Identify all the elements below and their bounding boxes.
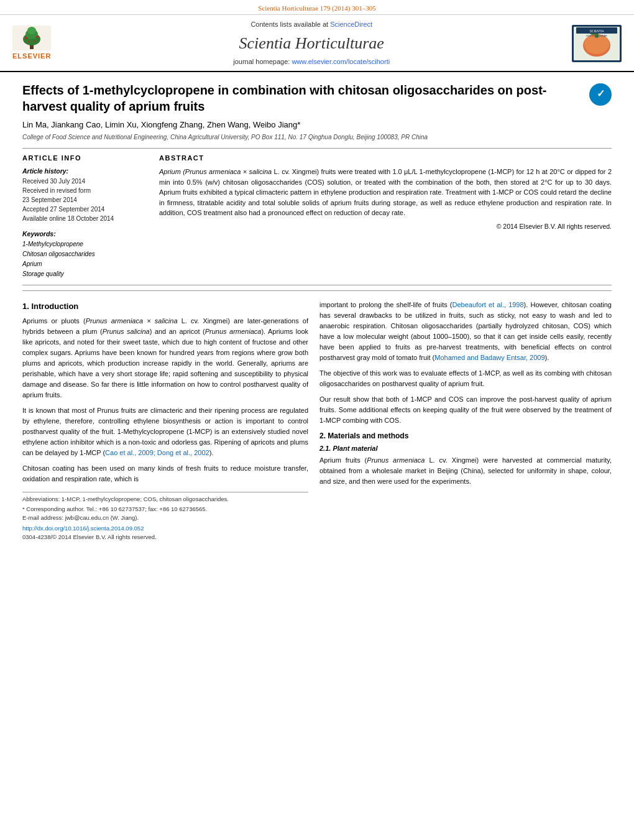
- svg-point-6: [36, 35, 39, 38]
- article-title-section: Effects of 1-methylcyclopropene in combi…: [22, 78, 612, 114]
- keyword-3: Aprium: [22, 260, 147, 269]
- keyword-4: Storage quality: [22, 270, 147, 279]
- abstract-heading: ABSTRACT: [159, 154, 612, 163]
- issn-note: 0304-4238/© 2014 Elsevier B.V. All right…: [22, 533, 308, 541]
- article-info-column: ARTICLE INFO Article history: Received 3…: [22, 154, 147, 280]
- elsevier-logo: ELSEVIER: [12, 25, 51, 61]
- svg-point-8: [34, 40, 36, 42]
- doi-link[interactable]: http://dx.doi.org/10.1016/j.scienta.2014…: [22, 524, 308, 532]
- plant-subheading: 2.1. Plant material: [319, 444, 612, 453]
- ref-cao-link[interactable]: Cao et al., 2009; Dong et al., 2002: [105, 449, 209, 456]
- intro-heading: 1. Introduction: [22, 301, 308, 312]
- right-paragraph-2: The objective of this work was to evalua…: [319, 368, 612, 389]
- journal-thumbnail: SCIENTIA HORTICULTURAE: [572, 25, 622, 62]
- article-info-abstract: ARTICLE INFO Article history: Received 3…: [22, 154, 612, 280]
- keyword-1: 1-Methylcyclopropene: [22, 240, 147, 249]
- copyright-text: © 2014 Elsevier B.V. All rights reserved…: [159, 222, 612, 232]
- sciencedirect-link[interactable]: ScienceDirect: [330, 21, 372, 28]
- ref-debeaufort-link[interactable]: Debeaufort et al., 1998: [453, 301, 524, 308]
- crossmark-icon: ✓: [597, 87, 605, 101]
- corresponding-note: * Corresponding author. Tel.: +86 10 627…: [22, 505, 308, 513]
- materials-heading: 2. Materials and methods: [319, 431, 612, 441]
- email-note: E-mail address: jwb@cau.edu.cn (W. Jiang…: [22, 514, 308, 522]
- keyword-2: Chitosan oligosaccharides: [22, 250, 147, 259]
- footer-section: Abbreviations: 1-MCP, 1-methylcycloprope…: [22, 492, 308, 540]
- abstract-text: Aprium (Prunus armeniaca × salicina L. c…: [159, 167, 612, 231]
- abbreviations-note: Abbreviations: 1-MCP, 1-methylcycloprope…: [22, 495, 308, 503]
- journal-center: Contents lists available at ScienceDirec…: [51, 20, 572, 67]
- elsevier-tree-icon: [12, 25, 51, 50]
- elsevier-brand-label: ELSEVIER: [12, 52, 51, 61]
- authors: Lin Ma, Jiankang Cao, Limin Xu, Xiongfen…: [22, 119, 612, 131]
- abstract-section: ABSTRACT Aprium (Prunus armeniaca × sali…: [159, 154, 612, 280]
- journal-header: ELSEVIER Contents lists available at Sci…: [0, 14, 634, 72]
- journal-title: Scientia Horticulturae: [51, 32, 572, 55]
- intro-paragraph-3: Chitosan coating has been used on many k…: [22, 463, 308, 484]
- svg-point-7: [28, 41, 30, 43]
- intro-paragraph-2: It is known that most of Prunus fruits a…: [22, 405, 308, 458]
- affiliation: College of Food Science and Nutritional …: [22, 133, 612, 142]
- crossmark-logo: ✓: [589, 83, 612, 106]
- svg-text:HORTICULTURAE: HORTICULTURAE: [586, 34, 607, 37]
- divider-2: [22, 285, 612, 285]
- right-paragraph-3: Our result show that both of 1-MCP and C…: [319, 394, 612, 426]
- divider-1: [22, 148, 612, 149]
- keywords-list: 1-Methylcyclopropene Chitosan oligosacch…: [22, 240, 147, 279]
- journal-reference: Scientia Horticulturae 179 (2014) 301–30…: [258, 4, 375, 12]
- svg-point-4: [27, 27, 36, 34]
- received-date: Received 30 July 2014: [22, 177, 147, 186]
- right-paragraph-1: important to prolong the shelf-life of f…: [319, 300, 612, 363]
- svg-text:SCIENTIA: SCIENTIA: [589, 29, 604, 33]
- accepted-date: Accepted 27 September 2014: [22, 205, 147, 214]
- revised-label: Received in revised form: [22, 187, 147, 195]
- left-column: 1. Introduction Apriums or pluots (Prunu…: [22, 300, 308, 541]
- keywords-label: Keywords:: [22, 229, 147, 239]
- revised-date: 23 September 2014: [22, 196, 147, 205]
- right-column: important to prolong the shelf-life of f…: [319, 300, 612, 541]
- history-label: Article history:: [22, 167, 147, 176]
- article-info-heading: ARTICLE INFO: [22, 154, 147, 163]
- top-bar: Scientia Horticulturae 179 (2014) 301–30…: [0, 0, 634, 14]
- article-title: Effects of 1-methylcyclopropene in combi…: [22, 82, 579, 114]
- authors-text: Lin Ma, Jiankang Cao, Limin Xu, Xiongfen…: [22, 120, 300, 129]
- homepage-text: journal homepage: www.elsevier.com/locat…: [51, 57, 572, 67]
- svg-point-5: [25, 37, 27, 39]
- plant-text: Aprium fruits (Prunus armeniaca L. cv. X…: [319, 455, 612, 487]
- sciencedirect-text: Contents lists available at ScienceDirec…: [51, 20, 572, 29]
- main-content: 1. Introduction Apriums or pluots (Prunu…: [22, 290, 612, 541]
- homepage-link[interactable]: www.elsevier.com/locate/scihorti: [292, 58, 390, 65]
- intro-paragraph-1: Apriums or pluots (Prunus armeniaca × sa…: [22, 316, 308, 400]
- ref-mohamed-link[interactable]: Mohamed and Badawy Entsar, 2009: [434, 354, 544, 361]
- article-container: Effects of 1-methylcyclopropene in combi…: [0, 72, 634, 553]
- available-date: Available online 18 October 2014: [22, 215, 147, 223]
